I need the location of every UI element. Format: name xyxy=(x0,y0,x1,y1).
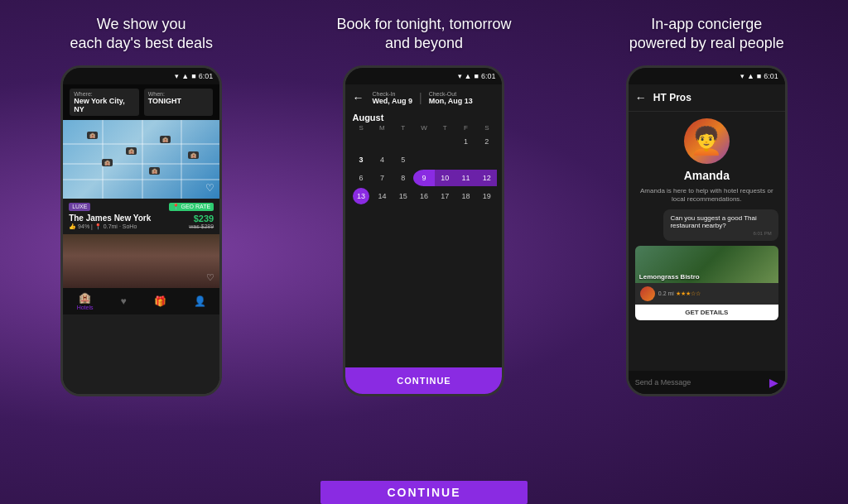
cal-day-19[interactable]: 19 xyxy=(479,188,495,204)
cal-day-8[interactable]: 8 xyxy=(395,170,412,186)
when-field[interactable]: When: TONIGHT xyxy=(144,89,214,116)
cal-day-12[interactable]: 12 xyxy=(476,170,497,186)
map-pin-3: 🏨 xyxy=(160,136,171,143)
hotels-icon: 🏨 xyxy=(79,292,91,304)
cal-day-2[interactable]: 2 xyxy=(479,133,495,150)
panel2-title: Book for tonight, tomorrowand beyond xyxy=(336,15,511,54)
nav-profile[interactable]: 👤 xyxy=(194,295,206,307)
concierge-name: Amanda xyxy=(684,169,730,182)
hotel-info: 👍 94% | 📍 0.7mi · SoHo xyxy=(69,223,137,230)
concierge-avatar-small xyxy=(640,286,655,301)
calendar-week-2: 3 4 5 xyxy=(350,151,497,168)
checkout-value: Mon, Aug 13 xyxy=(429,97,473,105)
back-arrow-icon[interactable]: ← xyxy=(352,91,364,104)
restaurant-card: Lemongrass Bistro 0.2 mi ★★★☆☆ GET DETAI… xyxy=(635,246,778,320)
calendar-day-headers: S M T W T F S xyxy=(350,124,497,132)
cal-day-empty xyxy=(436,133,453,150)
nav-favorites[interactable]: ♥ xyxy=(121,295,127,307)
map-pin-2: 🏨 xyxy=(126,147,137,155)
date-separator: | xyxy=(419,91,422,104)
calendar-week-4: 13 14 15 16 17 18 19 xyxy=(350,188,497,204)
cal-day-13[interactable]: 13 xyxy=(353,188,369,204)
status-bar-2: ▾ ▲ ■ 6:01 xyxy=(345,68,502,84)
time-display-3: 6:01 xyxy=(764,72,778,80)
phone-screen-3: ← HT Pros 🧑‍🦱 Amanda Amanda is here to h… xyxy=(629,84,785,394)
favorites-icon: ♥ xyxy=(121,295,127,307)
restaurant-name: Lemongrass Bistro xyxy=(639,273,700,281)
hotel-tags: LUXE 📍 GEO RATE xyxy=(69,203,214,211)
hotel-heart-icon[interactable]: ♡ xyxy=(206,272,214,283)
continue-button[interactable]: CONTINUE xyxy=(345,367,502,394)
luxe-tag: LUXE xyxy=(69,203,90,211)
cal-day-7[interactable]: 7 xyxy=(373,170,390,186)
calendar-week-1: 1 2 xyxy=(350,133,497,150)
back-arrow-icon-3[interactable]: ← xyxy=(635,91,647,104)
wifi-icon-3: ▾ xyxy=(740,72,744,80)
wifi-icon: ▾ xyxy=(175,72,179,80)
message-input[interactable] xyxy=(635,378,764,386)
checkout-col: Check-Out Mon, Aug 13 xyxy=(429,91,473,105)
cal-day-empty xyxy=(353,133,369,150)
map-road-v3 xyxy=(181,120,182,199)
cal-day-empty xyxy=(373,133,390,150)
nav-hotels[interactable]: 🏨 Hotels xyxy=(77,292,94,310)
battery-icon: ■ xyxy=(191,72,195,80)
bottom-nav: 🏨 Hotels ♥ 🎁 👤 xyxy=(63,288,219,314)
map-heart-icon[interactable]: ♡ xyxy=(205,182,214,194)
cal-day-10[interactable]: 10 xyxy=(435,170,455,186)
cal-day-14[interactable]: 14 xyxy=(373,188,390,204)
calendar-header: ← Check-In Wed, Aug 9 | Check-Out Mon, A… xyxy=(345,84,502,109)
status-bar-1: ▾ ▲ ■ 6:01 xyxy=(63,68,219,84)
day-header-m: M xyxy=(372,124,393,132)
calendar-grid: S M T W T F S 1 xyxy=(345,124,502,206)
where-field[interactable]: Where: New York City, NY xyxy=(70,89,139,116)
cal-day-11[interactable]: 11 xyxy=(455,170,476,186)
calendar-week-3: 6 7 8 9 10 11 12 xyxy=(350,170,497,186)
panel-booking: Book for tonight, tomorrowand beyond ▾ ▲… xyxy=(282,0,565,480)
map-road-v2 xyxy=(142,120,143,199)
geo-pin-icon: 📍 xyxy=(172,204,180,210)
cal-day-15[interactable]: 15 xyxy=(395,188,412,204)
concierge-avatar: 🧑‍🦱 xyxy=(684,118,730,164)
cal-day-17[interactable]: 17 xyxy=(436,188,453,204)
map-pins-container: 🏨 🏨 🏨 🏨 🏨 🏨 xyxy=(63,120,219,199)
cal-day-6[interactable]: 6 xyxy=(353,170,369,186)
hotel-map: 🏨 🏨 🏨 🏨 🏨 🏨 ♡ xyxy=(63,120,219,199)
concierge-content: 🧑‍🦱 Amanda Amanda is here to help with h… xyxy=(629,112,785,371)
map-pin-4: 🏨 xyxy=(102,159,113,166)
when-value: TONIGHT xyxy=(148,97,210,105)
date-range-display: Check-In Wed, Aug 9 | Check-Out Mon, Aug… xyxy=(372,91,472,105)
cal-day-1[interactable]: 1 xyxy=(458,133,475,150)
search-bar: Where: New York City, NY When: TONIGHT xyxy=(63,84,219,120)
cal-day-18[interactable]: 18 xyxy=(458,188,475,204)
checkin-value: Wed, Aug 9 xyxy=(372,97,412,105)
nav-hotels-label: Hotels xyxy=(77,305,94,310)
time-display: 6:01 xyxy=(199,72,214,80)
hotel-card: LUXE 📍 GEO RATE The James New York $239 … xyxy=(63,199,219,234)
signal-icon: ▲ xyxy=(181,72,189,80)
map-pin-5: 🏨 xyxy=(149,167,160,175)
map-pin-6: 🏨 xyxy=(188,151,199,159)
map-pin-1: 🏨 xyxy=(87,132,98,139)
hotel-interior xyxy=(63,234,219,288)
cal-day-9[interactable]: 9 xyxy=(413,170,434,186)
checkout-label: Check-Out xyxy=(429,91,473,97)
bottom-continue-button[interactable]: CONTINUE xyxy=(320,481,527,504)
cal-day-3[interactable]: 3 xyxy=(353,151,369,168)
cal-day-5[interactable]: 5 xyxy=(395,151,412,168)
cal-day-16[interactable]: 16 xyxy=(416,188,432,204)
send-icon[interactable]: ▶ xyxy=(769,376,778,389)
nav-gifts[interactable]: 🎁 xyxy=(154,295,166,307)
cal-day-empty2 xyxy=(416,151,432,168)
message-text: Can you suggest a good Thai restaurant n… xyxy=(670,214,771,229)
panel3-title: In-app conciergepowered by real people xyxy=(629,15,784,54)
cal-day-empty xyxy=(416,133,432,150)
restaurant-stars: ★★★☆☆ xyxy=(676,290,701,296)
day-header-f: F xyxy=(455,124,476,132)
day-header-t2: T xyxy=(435,124,455,132)
phone-screen-2: ← Check-In Wed, Aug 9 | Check-Out Mon, A… xyxy=(345,84,502,394)
status-bar-3: ▾ ▲ ■ 6:01 xyxy=(629,68,785,84)
signal-icon-2: ▲ xyxy=(465,72,472,80)
get-details-button[interactable]: GET DETAILS xyxy=(635,305,778,320)
cal-day-4[interactable]: 4 xyxy=(373,151,390,168)
